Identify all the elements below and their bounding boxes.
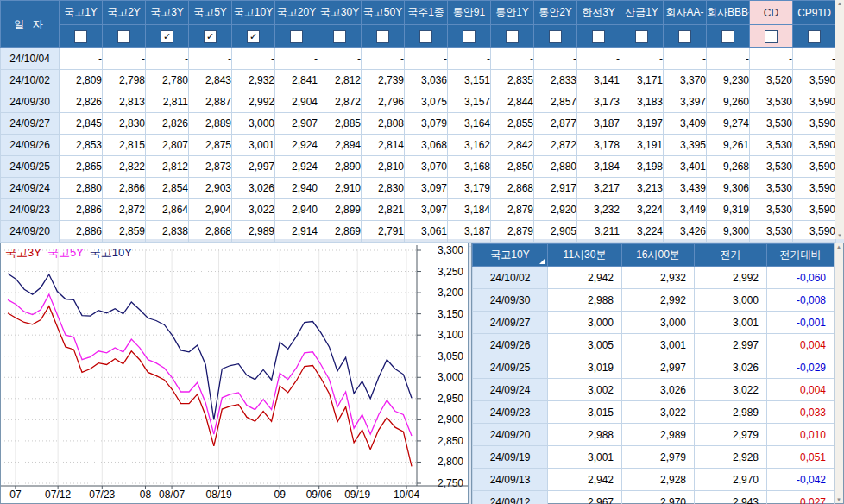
column-checkbox-국고50Y[interactable]	[376, 30, 389, 43]
column-checkbox-CD[interactable]	[765, 30, 778, 43]
column-header-국고30Y[interactable]: 국고30Y	[318, 1, 362, 25]
column-header-통안91[interactable]: 통안91	[448, 1, 491, 25]
table-row: 24/09/193,0012,9792,9280,051	[473, 446, 835, 469]
value-cell: 2,855	[491, 113, 534, 135]
column-checkbox-통안91[interactable]	[463, 30, 476, 43]
scroll-down-icon[interactable]: ▼	[835, 233, 844, 238]
table-row: 24/09/253,0192,9973,026-0,029	[473, 356, 835, 379]
column-checkbox-국주1종[interactable]	[419, 30, 432, 43]
column-header-한전3Y[interactable]: 한전3Y	[577, 1, 620, 25]
column-checkbox-산금1Y[interactable]	[635, 30, 648, 43]
table-row: 24/10/04------------------	[1, 48, 836, 70]
value-cell: 3,001	[548, 446, 622, 469]
checkbox-cell	[577, 25, 620, 48]
column-checkbox-국고5Y[interactable]: ✓	[204, 30, 217, 43]
table-row: 24/09/252,8652,8222,8122,8732,9972,9242,…	[1, 156, 836, 178]
value-cell: 3,068	[405, 135, 448, 156]
column-checkbox-국고30Y[interactable]	[333, 30, 346, 43]
value-cell: 2,791	[362, 221, 405, 243]
right-column-header-11시30분[interactable]: 11시30분	[548, 244, 622, 267]
value-cell: 3,001	[232, 135, 275, 156]
right-table-scrollbar[interactable]: ▲ ▼	[834, 243, 843, 503]
checkbox-cell	[405, 25, 448, 48]
svg-text:09: 09	[274, 488, 287, 501]
svg-text:08/19: 08/19	[206, 488, 232, 501]
column-checkbox-국고2Y[interactable]	[117, 30, 130, 43]
value-cell: 3,000	[548, 312, 622, 334]
column-header-산금1Y[interactable]: 산금1Y	[620, 1, 664, 25]
value-cell: 3,530	[750, 156, 793, 178]
value-cell: 2,877	[534, 113, 577, 135]
value-cell: 2,853	[60, 135, 103, 156]
value-cell: 3,183	[620, 91, 664, 113]
column-checkbox-통안1Y[interactable]	[506, 30, 519, 43]
value-cell: 3,530	[750, 199, 793, 221]
scroll-up-icon[interactable]: ▲	[835, 244, 843, 249]
value-cell: 2,890	[318, 156, 362, 178]
value-cell: 2,928	[622, 469, 695, 491]
column-checkbox-국고1Y[interactable]	[74, 30, 87, 43]
right-column-header-전기대비[interactable]: 전기대비	[767, 244, 835, 267]
column-header-국고5Y[interactable]: 국고5Y	[189, 1, 232, 25]
right-column-header-16시00분[interactable]: 16시00분	[622, 244, 695, 267]
right-column-header-국고10Y[interactable]: 국고10Y	[473, 244, 548, 267]
value-cell: 2,822	[103, 156, 146, 178]
scroll-up-icon[interactable]: ▲	[835, 1, 844, 6]
svg-text:2,900: 2,900	[438, 413, 463, 425]
value-cell: -	[405, 48, 448, 70]
value-cell: 2,808	[362, 113, 405, 135]
right-column-header-전기[interactable]: 전기	[695, 244, 767, 267]
value-cell: 2,988	[548, 424, 622, 446]
change-cell: 0,027	[767, 491, 835, 504]
value-cell: 3,232	[577, 199, 620, 221]
date-cell: 24/09/13	[473, 469, 548, 491]
column-header-회사AA-[interactable]: 회사AA-	[664, 1, 707, 25]
column-checkbox-통안2Y[interactable]	[549, 30, 562, 43]
value-cell: 3,026	[232, 178, 275, 199]
value-cell: -	[146, 48, 189, 70]
column-header-국주1종[interactable]: 국주1종	[405, 1, 448, 25]
value-cell: 3,026	[622, 379, 695, 401]
value-cell: 3,401	[664, 156, 707, 178]
column-checkbox-국고10Y[interactable]: ✓	[247, 30, 260, 43]
column-checkbox-국고3Y[interactable]: ✓	[161, 30, 173, 43]
svg-text:3,000: 3,000	[438, 371, 463, 383]
value-cell: 3,178	[577, 135, 620, 156]
scroll-down-icon[interactable]: ▼	[835, 497, 843, 502]
column-header-국고10Y[interactable]: 국고10Y	[232, 1, 275, 25]
svg-text:07/12: 07/12	[45, 488, 71, 501]
column-header-회사BBB-[interactable]: 회사BBB-	[707, 1, 750, 25]
column-header-국고1Y[interactable]: 국고1Y	[60, 1, 103, 25]
column-header-국고3Y[interactable]: 국고3Y	[146, 1, 189, 25]
date-cell: 24/09/20	[473, 424, 548, 446]
value-cell: 3,590	[793, 178, 836, 199]
column-checkbox-회사AA-[interactable]	[678, 30, 691, 43]
value-cell: 3,079	[405, 113, 448, 135]
column-header-CD[interactable]: CD	[750, 1, 793, 25]
value-cell: 2,845	[60, 113, 103, 135]
column-header-국고50Y[interactable]: 국고50Y	[362, 1, 405, 25]
value-cell: 3,036	[405, 70, 448, 91]
value-cell: 3,520	[750, 70, 793, 91]
value-cell: 2,910	[318, 178, 362, 199]
table-row: 24/09/272,8452,8302,8262,8893,0002,9072,…	[1, 113, 836, 135]
column-checkbox-회사BBB-[interactable]	[721, 30, 734, 43]
value-cell: 9,260	[707, 91, 750, 113]
column-checkbox-한전3Y[interactable]	[592, 30, 605, 43]
daily-yield-table: 일 자국고1Y국고2Y국고3Y국고5Y국고10Y국고20Y국고30Y국고50Y국…	[0, 0, 836, 247]
column-checkbox-CP91D[interactable]	[808, 30, 821, 43]
value-cell: 3,224	[620, 221, 664, 243]
top-table-scrollbar[interactable]: ▲ ▼	[835, 0, 844, 239]
date-column-header[interactable]: 일 자	[1, 1, 60, 48]
date-cell: 24/09/27	[473, 312, 548, 334]
column-header-국고2Y[interactable]: 국고2Y	[103, 1, 146, 25]
value-cell: -	[232, 48, 275, 70]
value-cell: -	[793, 48, 836, 70]
column-header-통안1Y[interactable]: 통안1Y	[491, 1, 534, 25]
column-header-통안2Y[interactable]: 통안2Y	[534, 1, 577, 25]
column-header-국고20Y[interactable]: 국고20Y	[275, 1, 318, 25]
table-row: 24/09/122,9672,9702,9430,027	[473, 491, 835, 504]
value-cell: 3,097	[405, 178, 448, 199]
column-checkbox-국고20Y[interactable]	[290, 30, 303, 43]
column-header-CP91D[interactable]: CP91D	[793, 1, 836, 25]
